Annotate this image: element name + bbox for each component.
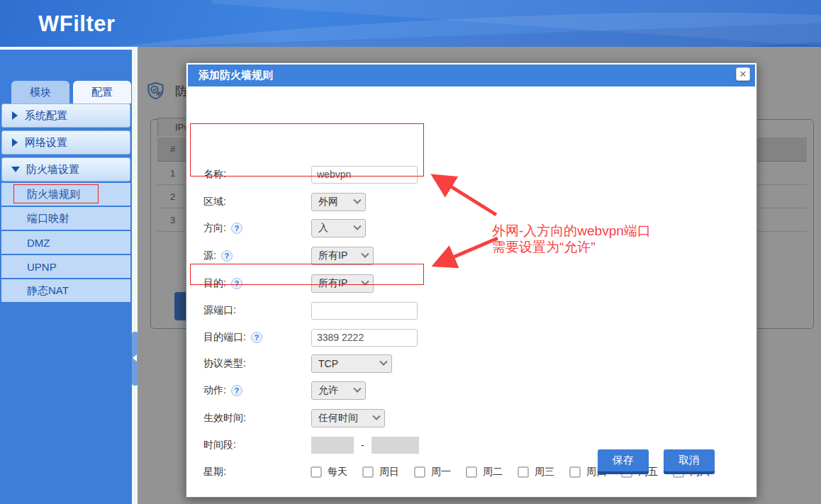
form-row-source-port: 源端口: (203, 301, 742, 320)
checkbox-tuesday[interactable] (466, 466, 477, 478)
sidebar-item-port-mapping[interactable]: 端口映射 (1, 207, 130, 230)
source-select[interactable]: 所有IP (311, 247, 374, 265)
chevron-down-icon (379, 358, 387, 366)
effective-time-select[interactable]: 任何时间 (311, 409, 385, 427)
selected-value: 所有IP (318, 277, 347, 290)
checkbox-everyday[interactable] (311, 466, 322, 478)
dest-port-input[interactable] (311, 329, 418, 347)
tab-modules[interactable]: 模块 (11, 81, 69, 103)
direction-select[interactable]: 入 (311, 219, 366, 237)
selected-value: 允许 (318, 384, 338, 397)
top-banner: WFilter (0, 0, 821, 47)
time-start-input[interactable] (311, 437, 354, 454)
sidebar-item-upnp[interactable]: UPNP (1, 255, 130, 278)
sidebar-group-network-settings[interactable]: 网络设置 (1, 130, 130, 155)
triangle-left-icon (133, 354, 137, 362)
form-row-action: 动作: ? 允许 (203, 381, 742, 400)
source-port-input[interactable] (311, 302, 418, 320)
form-row-zone: 区域: 外网 (203, 193, 742, 211)
annotation-line1: 外网-入方向的webvpn端口 (492, 223, 651, 239)
sidebar-item-label: 端口映射 (27, 212, 69, 225)
selected-value: 外网 (318, 196, 338, 208)
sidebar-group-label: 防火墙设置 (26, 163, 79, 177)
zone-select[interactable]: 外网 (311, 193, 366, 211)
time-range-controls: - (311, 437, 419, 454)
form-row-effective-time: 生效时间: 任何时间 (203, 409, 742, 427)
chevron-down-icon (361, 278, 369, 286)
sidebar-group-label: 系统配置 (25, 109, 67, 123)
selected-value: 入 (318, 222, 328, 235)
annotation-note: 外网-入方向的webvpn端口 需要设置为“允许” (492, 223, 651, 255)
selected-value: 所有IP (318, 250, 347, 262)
field-label: 动作: (203, 384, 226, 397)
field-label: 方向: (203, 222, 226, 235)
checkbox-thursday[interactable] (569, 466, 581, 478)
time-range-separator: - (361, 439, 364, 451)
chevron-down-icon (353, 385, 361, 393)
sidebar-item-label: 防火墙规则 (27, 188, 80, 201)
triangle-right-icon (12, 138, 18, 147)
sidebar-tabs: 模块 配置 (11, 81, 132, 103)
chevron-down-icon (353, 196, 361, 204)
sidebar-item-label: 静态NAT (27, 284, 69, 298)
save-button[interactable]: 保存 (598, 449, 649, 471)
field-label: 协议类型: (203, 357, 246, 370)
sidebar-item-dmz[interactable]: DMZ (1, 231, 130, 254)
sidebar-item-label: UPNP (27, 261, 57, 273)
chevron-down-icon (361, 250, 369, 258)
checkbox-label: 周一 (431, 466, 451, 478)
field-label: 目的端口: (203, 331, 246, 344)
checkbox-label: 周日 (379, 466, 399, 478)
form-row-name: 名称: (203, 165, 742, 184)
field-label: 生效时间: (203, 412, 246, 425)
triangle-right-icon (12, 111, 18, 120)
form-row-time-range: 时间段: - (203, 436, 742, 454)
add-firewall-rule-dialog: 添加防火墙规则 ✕ 名称: 区域: 外网 方向: ? 入 源: (186, 62, 757, 498)
checkbox-sunday[interactable] (362, 466, 374, 478)
selected-value: 任何时间 (318, 412, 358, 425)
help-icon[interactable]: ? (231, 223, 242, 234)
field-label: 名称: (203, 168, 226, 181)
checkbox-wednesday[interactable] (518, 466, 529, 478)
sidebar-item-static-nat[interactable]: 静态NAT (1, 279, 130, 302)
wfilter-logo: WFilter (38, 11, 116, 37)
field-label: 星期: (203, 466, 226, 478)
sidebar-item-label: DMZ (27, 237, 50, 249)
help-icon[interactable]: ? (251, 332, 262, 343)
sidebar-group-firewall-settings[interactable]: 防火墙设置 (1, 157, 130, 181)
sidebar-splitter (132, 47, 138, 504)
field-label: 目的: (203, 277, 226, 290)
checkbox-monday[interactable] (414, 466, 425, 478)
chevron-down-icon (372, 413, 380, 420)
close-icon[interactable]: ✕ (736, 67, 750, 81)
wfilter-app: WFilter 模块 配置 系统配置 网络设置 防火墙设置 防火墙规则 端口映射… (0, 0, 821, 504)
sidebar-item-firewall-rules[interactable]: 防火墙规则 (1, 183, 130, 206)
sidebar: 模块 配置 系统配置 网络设置 防火墙设置 防火墙规则 端口映射 DMZ UPN… (0, 50, 132, 504)
protocol-select[interactable]: TCP (311, 354, 392, 373)
week-checkbox-group: 每天 周日 周一 周二 周三 周四 周五 周六 (311, 466, 720, 478)
sidebar-group-system-config[interactable]: 系统配置 (1, 103, 130, 128)
help-icon[interactable]: ? (231, 278, 242, 289)
field-label: 源: (203, 250, 216, 262)
action-select[interactable]: 允许 (311, 381, 366, 400)
form-row-direction: 方向: ? 入 (203, 219, 742, 237)
name-input[interactable] (311, 166, 418, 184)
form-row-protocol: 协议类型: TCP (203, 354, 742, 373)
tab-config[interactable]: 配置 (73, 81, 131, 103)
cancel-button[interactable]: 取消 (664, 449, 715, 471)
help-icon[interactable]: ? (221, 250, 233, 262)
dialog-header: 添加防火墙规则 (188, 65, 755, 86)
field-label: 源端口: (203, 304, 236, 317)
time-end-input[interactable] (372, 437, 419, 454)
triangle-down-icon (11, 167, 20, 172)
field-label: 区域: (203, 196, 226, 208)
form-row-dest-port: 目的端口: ? (203, 328, 742, 347)
checkbox-label: 每天 (328, 466, 347, 478)
form-row-destination: 目的: ? 所有IP (203, 274, 742, 293)
destination-select[interactable]: 所有IP (311, 274, 374, 293)
field-label: 时间段: (203, 439, 236, 452)
help-icon[interactable]: ? (231, 385, 242, 396)
checkbox-label: 周二 (483, 466, 503, 478)
annotation-line2: 需要设置为“允许” (492, 239, 651, 255)
sidebar-group-label: 网络设置 (25, 136, 67, 150)
